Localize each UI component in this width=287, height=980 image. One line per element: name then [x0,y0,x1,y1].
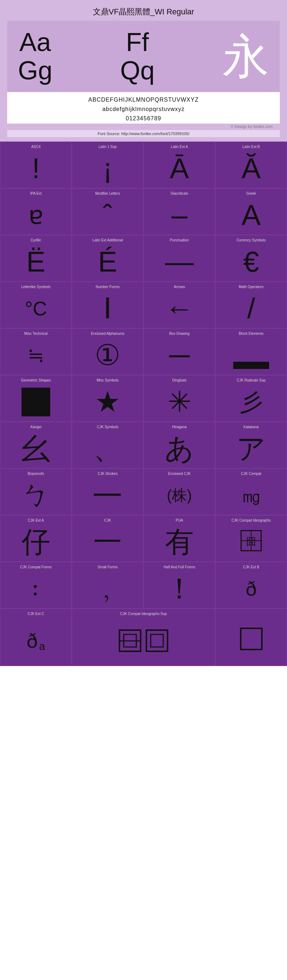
glyph-label: CJK Compat Forms [20,565,52,570]
glyph-char: ð [217,571,285,606]
header-section: 文鼎VF晶熙黑體_WI Regular AaGg FfQq 永 ABCDEFGH… [0,0,287,142]
glyph-char: ★ [73,385,142,419]
glyph-char: 一 [73,525,142,559]
glyph-cell-currency: Currency Symbols € [215,235,287,282]
glyph-char: (株) [145,478,214,512]
glyph-label: CJK Ext B [243,565,259,570]
glyph-label: Number Forms [96,285,120,289]
glyph-label: Latin Ext B [243,145,260,149]
glyph-char: Ă [217,151,285,186]
glyph-cell-bopomofo: Bopomofo ㄅ [0,468,72,515]
glyph-char [2,385,70,419]
glyph-label: Box Drawing [169,332,190,336]
glyph-label: Diacriticals [171,191,188,196]
glyph-label: Currency Symbols [236,238,266,242]
glyph-label: CJK Ext A [28,519,44,523]
glyph-cell-enclosedcjk: Enclosed CJK (株) [144,468,215,515]
glyph-label: CJK Strokes [98,472,118,476]
glyph-cell-numberforms: Number Forms Ⅰ [72,282,144,328]
glyph-char: ア [217,431,285,466]
glyph-label: Math Operators [239,285,263,289]
glyph-label: Modifier Letters [95,191,120,196]
glyph-char-boxed [118,618,169,663]
glyph-char-cjkextc: ð a [27,618,45,663]
glyph-char: 仔 [2,525,70,559]
glyph-cell-cjkcompatideographs: CJK Compat Ideographs 囧 [215,515,287,562]
glyph-label: CJK Ext C [28,612,44,616]
glyph-label: Small Forms [98,565,118,570]
glyph-char: °C [2,291,70,326]
glyph-cell-dingbats: Dingbats ✳ [144,375,215,422]
glyph-char: ɐ [2,198,70,232]
glyph-cell-modletters: Modifier Letters ˆ [72,188,144,235]
glyph-cell-cjk: CJK 一 [72,515,144,562]
preview-box: AaGg FfQq 永 [7,21,280,92]
glyph-cell-greek: Greek Α [215,188,287,235]
glyph-cell-boxdrawing: Box Drawing ─ [144,328,215,375]
preview-cjk-char: 永 [222,33,269,80]
glyph-cell-cjkcompatforms: CJK Compat Forms ︰ [0,562,72,609]
glyph-char: ﹐ [73,571,142,606]
glyph-char: ─ [145,338,214,372]
glyph-label: Hiragana [172,425,187,429]
glyph-char: ① [73,338,142,372]
glyph-cell-arrows: Arrows ← [144,282,215,328]
glyph-cell-smallforms: Small Forms ﹐ [72,562,144,609]
glyph-label: PUA [176,519,183,523]
glyph-cell-diacriticals: Diacriticals – [144,188,215,235]
glyph-label: Geometric Shapes [21,378,51,383]
glyph-char: 、 [73,431,142,466]
glyph-cell-pua: PUA 有 [144,515,215,562]
glyph-label: CJK [105,519,111,523]
alphabet-section: ABCDEFGHIJKLMNOPQRSTUVWXYZ abcdefghijklm… [7,92,280,124]
glyph-char: Ā [145,151,214,186]
glyph-char: ! [2,151,70,186]
glyph-label: Latin Ext A [171,145,188,149]
glyph-label: Arrows [174,285,185,289]
glyph-char: ✳ [145,385,214,419]
glyph-cell-hiragana: Hiragana あ [144,422,215,468]
svg-text:囧: 囧 [246,536,256,547]
glyph-cell-punctuation: Punctuation — [144,235,215,282]
glyph-char: – [145,198,214,232]
glyph-cell-miscsymbols: Misc Symbols ★ [72,375,144,422]
glyph-char: 囧 [217,525,285,559]
glyph-label: Half And Full Forms [163,565,195,570]
font-title: 文鼎VF晶熙黑體_WI Regular [7,6,280,17]
glyph-char: ˆ [73,198,142,232]
glyph-cell-latin1sup: Latin 1 Sup ¡ [72,142,144,188]
glyph-cell-cjkstrokes: CJK Strokes ㇐ [72,468,144,515]
copyright: © Design by fontke.com [7,124,280,130]
glyph-label: Latin Ext Additional [92,238,123,242]
glyph-label: CJK Compat Ideographs Sup [120,612,167,616]
glyph-grid: ASCII ! Latin 1 Sup ¡ Latin Ext A Ā Lati… [0,142,287,609]
glyph-label: Enclosed Alphanums [91,332,124,336]
glyph-cell-latinextadd: Latin Ext Additional É [72,235,144,282]
digits: 0123456789 [14,114,273,123]
glyph-char: É [73,245,142,279]
glyph-cell-letterlike: Letterlike Symbols °C [0,282,72,328]
glyph-label: Enclosed CJK [168,472,191,476]
glyph-char: 彡 [217,385,285,419]
glyph-label: Katakana [244,425,258,429]
glyph-char: Α [217,198,285,232]
glyph-cell-blockelements: Block Elements [215,328,287,375]
svg-rect-8 [151,635,163,647]
lowercase-alphabet: abcdefghijklmnopqrstuvwxyz [14,105,273,114]
glyph-label: Misc Symbols [97,378,119,383]
glyph-cell-misctechnical: Misc Technical ≒ [0,328,72,375]
glyph-char: 有 [145,525,214,559]
bottom-section: CJK Ext C ð a CJK Compat Ideographs Sup [0,609,287,666]
glyph-label: Punctuation [170,238,189,242]
glyph-cell-latinextb: Latin Ext B Ă [215,142,287,188]
glyph-label: Greek [246,191,256,196]
glyph-label: IPA Ext [30,191,41,196]
glyph-char: € [217,245,285,279]
glyph-label: CJK Compat [241,472,262,476]
glyph-char: ︰ [2,571,70,606]
glyph-label: Latin 1 Sup [99,145,117,149]
glyph-label: Block Elements [239,332,264,336]
glyph-label: CJK Radicals Sup [237,378,266,383]
glyph-cell-enclosedalphanums: Enclosed Alphanums ① [72,328,144,375]
glyph-label: ASCII [31,145,41,149]
